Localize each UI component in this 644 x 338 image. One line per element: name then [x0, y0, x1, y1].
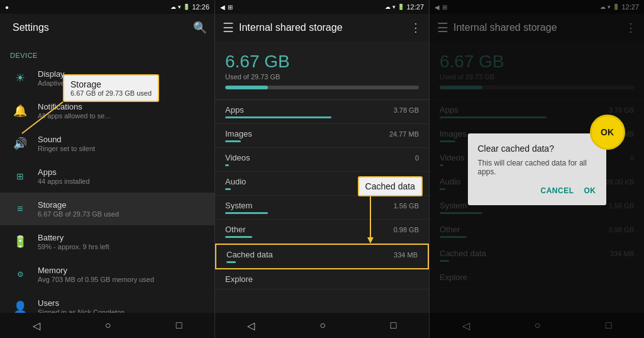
status-bar-2: ◀ ⊞ ☁ ▾ 🔋 12:27	[215, 0, 429, 14]
hamburger-icon-2[interactable]: ☰	[223, 20, 234, 35]
clear-cache-dialog: Clear cached data? This will clear cache…	[468, 133, 606, 205]
storage-row-explore-2[interactable]: Explore	[215, 269, 429, 290]
battery-text: Battery 59% - approx. 9 hrs left	[38, 233, 204, 251]
battery-settings-icon: 🔋	[10, 232, 30, 252]
apps-bar-2	[225, 116, 331, 118]
dialog-container: Clear cached data? This will clear cache…	[468, 133, 606, 205]
other-label-2: Other	[225, 225, 381, 234]
storage-text: Storage 6.67 GB of 29.73 GB used	[38, 200, 204, 218]
more-icon-2[interactable]: ⋮	[410, 21, 421, 35]
storage-panel-title-2: Internal shared storage	[239, 22, 410, 33]
settings-item-battery[interactable]: 🔋 Battery 59% - approx. 9 hrs left	[0, 225, 214, 258]
other-bar-2	[225, 236, 252, 238]
storage-icon: ≡	[10, 199, 30, 219]
apps-label-2: Apps	[225, 105, 381, 115]
storage-bar-fill-2	[225, 86, 268, 89]
apps-text: Apps 44 apps installed	[38, 167, 204, 185]
storage-row-cached-2[interactable]: Cached data 334 MB	[215, 244, 429, 269]
recent-button-1[interactable]: □	[166, 315, 192, 336]
svg-line-0	[22, 102, 63, 133]
svg-marker-2	[367, 237, 374, 244]
settings-title: Settings	[13, 22, 193, 33]
status-icons-2: ☁ ▾ 🔋 12:27	[385, 3, 424, 11]
back-button-2[interactable]: ◁	[237, 315, 265, 337]
apps-value-2: 3.78 GB	[381, 106, 419, 114]
signal-icon: ▾	[178, 4, 181, 10]
back-button-1[interactable]: ◁	[23, 315, 50, 337]
time-1: 12:26	[192, 3, 209, 11]
storage-annotation: Storage 6.67 GB of 29.73 GB used	[63, 74, 159, 102]
apps-icon: ⊞	[10, 166, 30, 186]
sound-text: Sound Ringer set to silent	[38, 135, 204, 152]
home-button-2[interactable]: ○	[309, 315, 336, 336]
audio-bar-2	[225, 188, 231, 190]
toolbar-2: ☰ Internal shared storage ⋮	[215, 14, 429, 42]
videos-value-2: 0	[381, 154, 419, 162]
apps-subtitle: 44 apps installed	[38, 177, 204, 185]
ok-circle-label: OK	[601, 127, 614, 137]
storage-panel-3: ◀ ⊞ ☁ ▾ 🔋 12:27 ☰ Internal shared storag…	[430, 0, 644, 338]
cached-annotation: Cached data	[358, 176, 423, 196]
memory-text: Memory Avg 703 MB of 0.95 GB memory used	[38, 266, 204, 283]
storage-bar-container-2	[225, 86, 419, 89]
status-left-1: ●	[5, 4, 9, 11]
users-title: Users	[38, 298, 204, 308]
users-text: Users Signed in as Nick Congleton	[38, 298, 204, 313]
annotation-arrow-1	[16, 99, 66, 137]
battery-icon: 🔋	[183, 4, 190, 10]
storage-title: Storage	[38, 200, 204, 210]
storage-row-videos-2[interactable]: Videos 0	[215, 148, 429, 172]
status-left-2: ◀ ⊞	[220, 4, 233, 11]
memory-icon: ⚙	[10, 264, 30, 284]
system-label-2: System	[225, 201, 381, 210]
videos-bar-2	[225, 164, 229, 166]
battery-subtitle: 59% - approx. 9 hrs left	[38, 243, 204, 251]
cached-value-2: 334 MB	[380, 251, 418, 259]
settings-item-storage[interactable]: ≡ Storage 6.67 GB of 29.73 GB used	[0, 193, 214, 225]
status-icons-1: ☁ ▾ 🔋 12:26	[170, 3, 209, 11]
battery-title: Battery	[38, 233, 204, 242]
annotation-title-2: Cached data	[365, 181, 415, 191]
home-button-1[interactable]: ○	[95, 315, 121, 336]
nav-bar-1: ◁ ○ □	[0, 313, 214, 338]
toolbar-1: Settings 🔍	[0, 14, 214, 42]
videos-label-2: Videos	[225, 153, 381, 162]
images-bar-2	[225, 140, 241, 142]
storage-panel-2: ◀ ⊞ ☁ ▾ 🔋 12:27 ☰ Internal shared storag…	[215, 0, 430, 338]
ok-circle-annotation: OK	[590, 115, 625, 150]
display-icon: ☀	[10, 68, 30, 88]
grid-icon: ⊞	[228, 4, 233, 11]
settings-item-memory[interactable]: ⚙ Memory Avg 703 MB of 0.95 GB memory us…	[0, 258, 214, 291]
settings-panel: ● ☁ ▾ 🔋 12:26 Settings 🔍 Device ☀ Displa…	[0, 0, 215, 338]
storage-used-2: Used of 29.73 GB	[225, 73, 419, 81]
storage-row-apps-2[interactable]: Apps 3.78 GB	[215, 100, 429, 124]
explore-label-2: Explore	[225, 274, 381, 284]
ok-button-dialog[interactable]: OK	[584, 186, 596, 195]
cached-bar-2	[226, 261, 236, 263]
users-icon: 👤	[10, 297, 30, 313]
dialog-actions: CANCEL OK	[478, 186, 596, 195]
storage-row-images-2[interactable]: Images 24.77 MB	[215, 124, 429, 148]
battery-icon-2: 🔋	[397, 4, 404, 10]
nav-bar-2: ◁ ○ □	[215, 313, 429, 338]
storage-header-2: 6.67 GB Used of 29.73 GB	[215, 42, 429, 100]
dialog-title: Clear cached data?	[478, 144, 596, 154]
annotation-arrow-2	[364, 193, 402, 244]
cancel-button[interactable]: CANCEL	[541, 186, 574, 195]
settings-item-apps[interactable]: ⊞ Apps 44 apps installed	[0, 160, 214, 193]
apps-title: Apps	[38, 167, 204, 177]
system-bar-2	[225, 212, 268, 214]
recent-button-2[interactable]: □	[380, 315, 407, 336]
time-2: 12:27	[406, 3, 424, 11]
notification-dot: ●	[5, 4, 9, 11]
back-indicator: ◀	[220, 4, 225, 11]
memory-title: Memory	[38, 266, 204, 275]
annotation-subtitle-1: 6.67 GB of 29.73 GB used	[70, 89, 152, 97]
section-device: Device	[0, 47, 214, 62]
wifi-icon-2: ☁	[385, 4, 391, 10]
search-icon[interactable]: 🔍	[193, 21, 207, 35]
users-subtitle: Signed in as Nick Congleton	[38, 308, 204, 313]
annotation-title-1: Storage	[70, 79, 152, 89]
dialog-overlay: Clear cached data? This will clear cache…	[430, 0, 644, 338]
settings-item-users[interactable]: 👤 Users Signed in as Nick Congleton	[0, 291, 214, 313]
